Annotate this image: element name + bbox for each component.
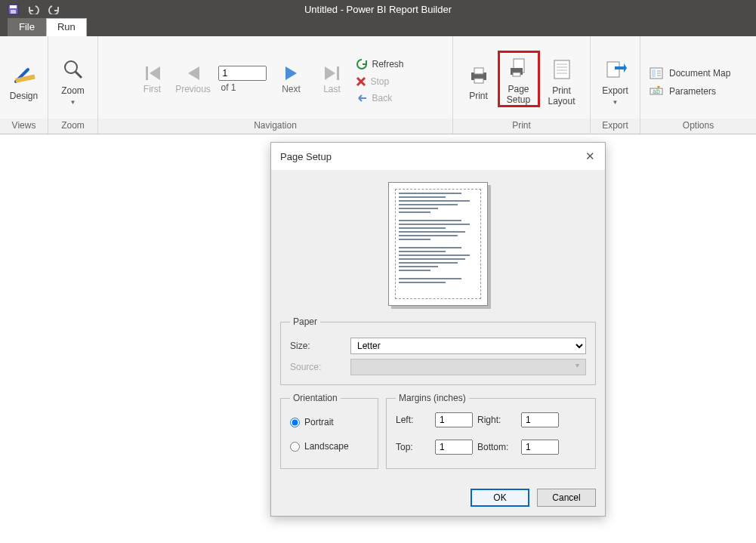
svg-text:ab: ab <box>653 88 660 95</box>
svg-rect-23 <box>652 69 656 77</box>
window-title: Untitled - Power BI Report Builder <box>304 4 452 15</box>
ribbon: Design Views Zoom ▼ Zoom First <box>0 36 756 134</box>
close-icon[interactable]: ✕ <box>584 150 596 163</box>
portrait-radio[interactable] <box>290 418 300 427</box>
svg-rect-16 <box>554 60 569 79</box>
print-button[interactable]: Print <box>460 57 498 101</box>
portrait-label: Portrait <box>304 417 334 427</box>
group-navigation: First Previous of 1 Next Last <box>98 36 453 134</box>
redo-icon[interactable] <box>48 4 61 14</box>
margin-left-label: Left: <box>396 415 435 425</box>
svg-rect-2 <box>11 10 16 14</box>
group-options: Document Map ab Parameters Options <box>640 36 756 134</box>
chevron-down-icon: ▼ <box>70 99 76 106</box>
undo-icon[interactable] <box>26 4 40 14</box>
margin-top-label: Top: <box>396 442 435 452</box>
first-button[interactable]: First <box>137 64 168 94</box>
svg-rect-15 <box>513 73 520 76</box>
svg-rect-1 <box>10 5 17 8</box>
page-preview <box>388 182 488 306</box>
margin-right-input[interactable] <box>521 412 559 427</box>
svg-rect-6 <box>146 66 148 80</box>
page-number-input[interactable] <box>218 66 267 81</box>
group-views: Design Views <box>0 36 48 134</box>
ribbon-tabs: File Run <box>0 18 756 36</box>
document-map-button[interactable]: Document Map <box>650 67 730 79</box>
margin-top-input[interactable] <box>435 440 473 455</box>
print-layout-button[interactable]: PrintLayout <box>540 52 584 106</box>
zoom-button[interactable]: Zoom ▼ <box>53 52 93 106</box>
page-number-box: of 1 <box>218 66 267 93</box>
size-label: Size: <box>290 341 343 351</box>
group-print: Print PageSetup PrintLayout Print <box>453 36 591 134</box>
group-zoom: Zoom ▼ Zoom <box>48 36 98 134</box>
cancel-button[interactable]: Cancel <box>537 489 596 507</box>
landscape-label: Landscape <box>304 441 349 452</box>
svg-rect-7 <box>337 66 339 80</box>
chevron-down-icon: ▼ <box>613 99 619 106</box>
quick-access-toolbar <box>0 4 61 15</box>
source-label: Source: <box>290 362 343 372</box>
titlebar: Untitled - Power BI Report Builder <box>0 0 756 18</box>
paper-size-select[interactable]: Letter <box>350 338 586 354</box>
ok-button[interactable]: OK <box>471 489 529 507</box>
margins-group: Margins (inches) Left: Right: Top: Botto… <box>386 393 596 469</box>
svg-point-4 <box>65 61 77 73</box>
save-icon[interactable] <box>8 4 19 15</box>
paper-group: Paper Size: Letter Source: <box>280 316 596 385</box>
stop-button[interactable]: Stop <box>356 76 415 87</box>
svg-rect-12 <box>474 79 483 83</box>
paper-source-select <box>350 359 586 375</box>
group-export: Export ▼ Export <box>591 36 640 134</box>
refresh-button[interactable]: Refresh <box>356 58 415 70</box>
orientation-group: Orientation Portrait Landscape <box>280 393 378 469</box>
page-total-label: of 1 <box>221 82 236 93</box>
margin-left-input[interactable] <box>435 412 473 427</box>
page-setup-button[interactable]: PageSetup <box>498 51 540 107</box>
tab-run[interactable]: Run <box>46 18 87 36</box>
margin-bottom-input[interactable] <box>521 440 559 455</box>
tab-file[interactable]: File <box>8 18 46 36</box>
dialog-title: Page Setup <box>280 151 332 162</box>
landscape-radio[interactable] <box>290 442 300 452</box>
svg-rect-3 <box>15 74 35 82</box>
margin-bottom-label: Bottom: <box>477 442 521 452</box>
design-button[interactable]: Design <box>5 57 43 101</box>
export-button[interactable]: Export ▼ <box>595 52 635 106</box>
previous-button[interactable]: Previous <box>177 64 209 94</box>
dialog-titlebar: Page Setup ✕ <box>271 143 605 170</box>
last-button[interactable]: Last <box>316 64 348 94</box>
page-setup-dialog: Page Setup ✕ Pa <box>270 142 606 517</box>
next-button[interactable]: Next <box>276 64 307 94</box>
back-button[interactable]: Back <box>356 93 415 103</box>
margin-right-label: Right: <box>477 415 521 425</box>
parameters-button[interactable]: ab Parameters <box>650 85 730 97</box>
nav-actions: Refresh Stop Back <box>356 55 415 103</box>
svg-rect-11 <box>474 68 483 74</box>
svg-line-5 <box>76 72 82 78</box>
